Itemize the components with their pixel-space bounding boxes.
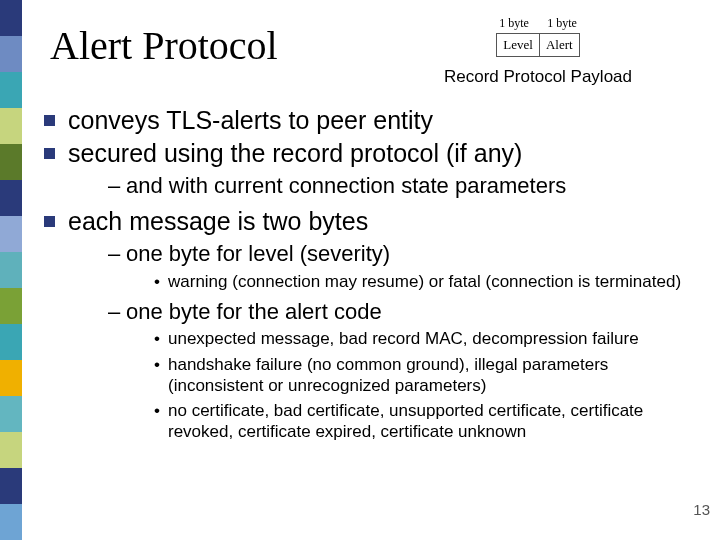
byte-boxes: Level Alert bbox=[496, 33, 579, 57]
byte-size-labels: 1 byte1 byte bbox=[408, 16, 668, 31]
byte-label-2: 1 byte bbox=[538, 16, 586, 31]
cell-alert: Alert bbox=[540, 33, 580, 57]
bullet-3-sub-2: one byte for the alert code unexpected m… bbox=[108, 298, 708, 443]
slide-content: 1 byte1 byte Level Alert Record Protocol… bbox=[32, 10, 708, 530]
bullet-list: conveys TLS-alerts to peer entity secure… bbox=[38, 105, 708, 443]
decorative-sidebar bbox=[0, 0, 22, 540]
page-number: 13 bbox=[693, 501, 710, 518]
bullet-3-sub-1-dot-1: warning (connection may resume) or fatal… bbox=[154, 271, 708, 292]
bullet-1: conveys TLS-alerts to peer entity bbox=[38, 105, 708, 136]
diagram-caption: Record Protocol Payload bbox=[408, 67, 668, 87]
bullet-3-sub-1: one byte for level (severity) warning (c… bbox=[108, 240, 708, 292]
bullet-3: each message is two bytes one byte for l… bbox=[38, 206, 708, 443]
bullet-3-sub-1-text: one byte for level (severity) bbox=[126, 241, 390, 266]
bullet-3-sub-2-dot-2: handshake failure (no common ground), il… bbox=[154, 354, 708, 397]
bullet-2: secured using the record protocol (if an… bbox=[38, 138, 708, 200]
payload-diagram: 1 byte1 byte Level Alert Record Protocol… bbox=[408, 16, 668, 87]
bullet-3-text: each message is two bytes bbox=[68, 207, 368, 235]
byte-label-1: 1 byte bbox=[490, 16, 538, 31]
cell-level: Level bbox=[496, 33, 540, 57]
bullet-3-sub-2-dot-1: unexpected message, bad record MAC, deco… bbox=[154, 328, 708, 349]
bullet-2-text: secured using the record protocol (if an… bbox=[68, 139, 522, 167]
bullet-3-sub-2-dot-3: no certificate, bad certificate, unsuppo… bbox=[154, 400, 708, 443]
bullet-2-sub-1: and with current connection state parame… bbox=[108, 172, 708, 200]
bullet-3-sub-2-text: one byte for the alert code bbox=[126, 299, 382, 324]
